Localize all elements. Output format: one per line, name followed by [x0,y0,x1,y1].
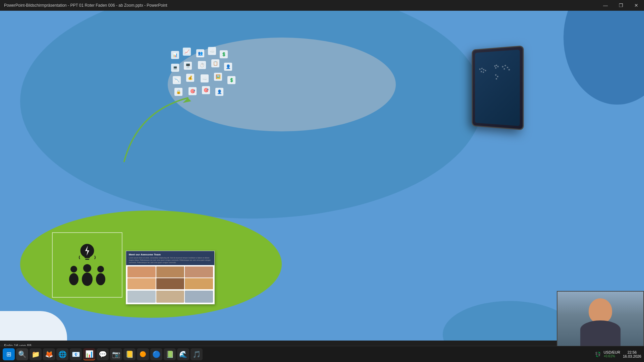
taskbar-right: 💱 USD/EUR +0.61% 22:56 16.03.2026 [595,350,641,358]
world-icon-14: 🖼️ [214,73,222,81]
svg-rect-3 [483,69,484,70]
taskbar-outlook[interactable]: 📧 [70,348,82,360]
svg-point-28 [96,273,105,285]
world-icon-4: ☁️ [208,47,216,55]
svg-point-23 [70,266,77,273]
tablet-screen-map [475,50,520,126]
currency-display: USD/EUR +0.61% [603,350,620,358]
svg-rect-15 [508,69,510,70]
start-button[interactable]: ⊞ [3,348,15,360]
svg-rect-11 [502,66,503,67]
slide-area: 📊 📈 👥 ☁️ 💲 💻 🖥️ ⏱️ 📋 👤 📉 💰 ☁️ 🖼️ 💲 🔒 🎯 🎯… [0,11,644,351]
svg-rect-8 [496,65,497,66]
slide-card-title-text: Meet our Awesome Team [129,253,212,256]
close-button[interactable]: ✕ [629,0,644,11]
clock-time: 22:56 [623,350,641,354]
world-icon-8: ⏱️ [198,61,206,69]
svg-point-27 [97,266,104,273]
currency-icon: 💱 [595,352,601,357]
taskbar-camera[interactable]: 📷 [110,348,122,360]
currency-pair: USD/EUR [603,350,620,354]
restore-button[interactable]: ❐ [613,0,629,11]
title-bar-text: PowerPoint-Bildschirmpräsentation - PPT … [4,3,167,8]
svg-rect-7 [494,65,496,67]
svg-point-25 [83,264,91,272]
team-icon-inner [67,242,107,288]
taskbar-firefox[interactable]: 🦊 [43,348,55,360]
presenter-head [589,298,612,323]
webcam-overlay [557,291,644,351]
bottom-photo-1 [127,291,156,303]
tablet-container [389,44,530,145]
world-icon-7: 🖥️ [184,62,192,70]
clock-date: 16.03.2026 [623,354,641,358]
svg-rect-14 [504,68,505,70]
presenter-video [557,292,643,351]
taskbar: ⊞ 🔍 📁 🦊 🌐 📧 📊 💬 📷 📒 🟠 🔵 📗 🌊 🎵 💱 US [0,346,644,362]
team-photo-4 [127,278,156,289]
photo-grid [127,266,213,289]
tablet-device [472,45,524,130]
svg-rect-2 [481,68,482,69]
svg-rect-10 [495,67,496,69]
world-icon-2: 📈 [183,48,191,56]
svg-rect-18 [496,78,497,79]
svg-rect-17 [497,76,498,77]
bottom-photo-3 [185,291,213,303]
svg-rect-9 [497,66,499,67]
slide-thumbnail-card[interactable]: Meet our Awesome Team Lorem ipsum dolor … [126,251,215,304]
svg-rect-4 [481,71,482,72]
team-photo-6 [185,278,213,289]
svg-rect-1 [479,68,480,70]
team-photo-3 [185,266,213,278]
svg-rect-22 [85,259,89,260]
taskbar-clock[interactable]: 22:56 16.03.2026 [623,350,641,358]
taskbar-edge[interactable]: 🌊 [177,348,189,360]
svg-rect-5 [483,71,484,73]
team-icon-box [52,232,122,298]
svg-rect-13 [507,67,508,68]
blue-top-right-shape [564,11,644,105]
svg-rect-12 [504,65,506,66]
svg-point-26 [82,273,93,286]
bottom-photo-2 [156,291,184,303]
title-bar: PowerPoint-Bildschirmpräsentation - PPT … [0,0,644,11]
world-icon-15: 💲 [227,76,235,84]
taskbar-app1[interactable]: 🟠 [137,348,149,360]
team-photo-2 [156,266,184,278]
taskbar-excel[interactable]: 📗 [164,348,176,360]
taskbar-search[interactable]: 🔍 [16,348,28,360]
taskbar-app3[interactable]: 🎵 [191,348,203,360]
lightbulb-lightning-icon [77,242,97,264]
world-icon-5: 💲 [220,50,228,58]
people-group-icon [67,264,107,288]
slide-card-body [126,265,214,291]
svg-rect-16 [495,74,496,76]
svg-point-24 [69,273,78,285]
world-icon-6: 💻 [171,64,179,72]
world-icon-19: 👤 [215,88,223,96]
slide-card-body-text: Lorem ipsum dolor sit amet, consectetur … [129,257,212,264]
world-icon-10: 👤 [224,63,232,71]
currency-change: +0.61% [603,354,620,358]
slide-card-bottom-photos [126,291,214,304]
svg-rect-6 [485,70,486,71]
taskbar-chrome[interactable]: 🌐 [56,348,68,360]
taskbar-file-explorer[interactable]: 📁 [30,348,42,360]
world-icon-9: 📋 [211,59,219,67]
world-icon-1: 📊 [171,51,179,59]
tablet-screen [475,50,520,126]
taskbar-teams[interactable]: 💬 [97,348,109,360]
team-photo-1 [127,266,156,278]
window-controls[interactable]: — ❐ ✕ [598,0,644,11]
taskbar-icons: ⊞ 🔍 📁 🦊 🌐 📧 📊 💬 📷 📒 🟠 🔵 📗 🌊 🎵 [0,348,205,360]
taskbar-app2[interactable]: 🔵 [150,348,162,360]
taskbar-powerpoint[interactable]: 📊 [83,348,95,360]
team-photo-5 [156,278,184,289]
green-arrow-svg [111,78,211,178]
taskbar-onenote[interactable]: 📒 [123,348,136,360]
minimize-button[interactable]: — [598,0,613,11]
slide-card-header: Meet our Awesome Team Lorem ipsum dolor … [126,251,214,265]
world-icon-3: 👥 [196,49,204,57]
svg-rect-21 [85,257,90,258]
